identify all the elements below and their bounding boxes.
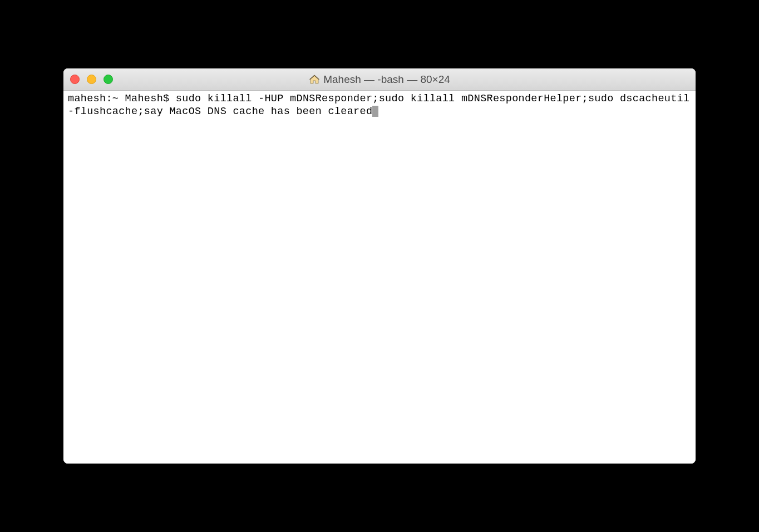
window-title: Mahesh — -bash — 80×24 — [323, 73, 450, 86]
close-button[interactable] — [70, 75, 80, 84]
terminal-line: mahesh:~ Mahesh$ sudo killall -HUP mDNSR… — [68, 93, 691, 118]
title-wrapper: Mahesh — -bash — 80×24 — [63, 73, 696, 86]
window-titlebar[interactable]: Mahesh — -bash — 80×24 — [63, 68, 696, 91]
home-icon — [309, 74, 320, 85]
traffic-lights — [70, 75, 113, 84]
minimize-button[interactable] — [87, 75, 96, 84]
cursor — [372, 106, 378, 117]
shell-prompt: mahesh:~ Mahesh$ — [68, 93, 176, 105]
zoom-button[interactable] — [103, 75, 113, 84]
terminal-window: Mahesh — -bash — 80×24 mahesh:~ Mahesh$ … — [63, 68, 696, 464]
terminal-content[interactable]: mahesh:~ Mahesh$ sudo killall -HUP mDNSR… — [63, 91, 696, 464]
